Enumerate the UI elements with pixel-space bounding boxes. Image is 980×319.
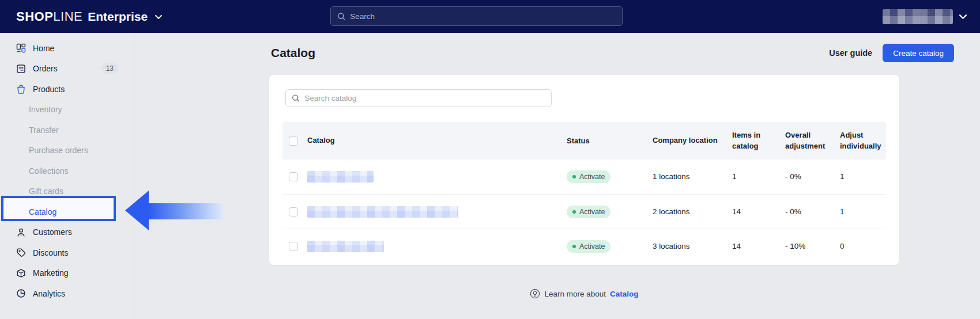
cell-items-in-catalog: 1 xyxy=(732,171,785,183)
sidebar-item-label: Orders xyxy=(33,64,58,73)
column-header-status: Status xyxy=(567,136,653,145)
sidebar-item-label: Marketing xyxy=(33,268,68,278)
brand-shop: SHOP xyxy=(16,9,53,24)
cell-adjust-individually: 1 xyxy=(840,171,886,183)
search-icon xyxy=(337,12,345,21)
lightbulb-icon xyxy=(530,288,540,299)
discounts-icon xyxy=(16,248,26,257)
sidebar-item-purchase-orders[interactable]: Purchase orders xyxy=(0,140,134,161)
sidebar-item-label: Catalog xyxy=(29,207,56,217)
topbar-search-input[interactable] xyxy=(350,12,616,21)
sidebar-item-label: Transfer xyxy=(29,126,59,135)
marketing-icon xyxy=(16,268,26,278)
customers-icon xyxy=(16,227,26,237)
account-chevron-down-icon[interactable] xyxy=(959,13,967,20)
status-badge: Activate xyxy=(567,170,610,183)
catalog-name-redacted xyxy=(307,241,384,252)
status-label: Activate xyxy=(579,242,605,250)
table-row[interactable]: Activate 2 locations 14 - 0% 1 xyxy=(282,194,886,229)
catalog-name-redacted xyxy=(307,171,374,183)
account-menu[interactable] xyxy=(883,0,967,33)
account-name-redacted xyxy=(883,9,953,24)
page-title: Catalog xyxy=(271,46,315,60)
status-label: Activate xyxy=(579,173,605,181)
create-catalog-button[interactable]: Create catalog xyxy=(883,44,954,62)
sidebar: Home Orders 13 Products Inventory Transf… xyxy=(0,33,134,319)
status-dot-icon xyxy=(572,245,576,248)
cell-company-location: 2 locations xyxy=(653,206,732,218)
brand-line: LINE xyxy=(53,9,82,24)
cell-items-in-catalog: 14 xyxy=(732,241,785,252)
sidebar-nav: Home Orders 13 Products Inventory Transf… xyxy=(0,33,134,304)
sidebar-item-collections[interactable]: Collections xyxy=(0,161,134,181)
cell-adjust-individually: 0 xyxy=(840,241,886,252)
products-icon xyxy=(16,84,26,94)
column-header-adjust-individually: Adjust individually xyxy=(840,130,886,152)
learn-more-text: Learn more about xyxy=(544,290,606,298)
brand-chevron-down-icon[interactable] xyxy=(154,14,163,20)
cell-overall-adjustment: - 0% xyxy=(785,206,840,218)
sidebar-item-discounts[interactable]: Discounts xyxy=(0,242,134,263)
annotation-arrow-icon xyxy=(125,191,223,230)
cell-overall-adjustment: - 0% xyxy=(785,171,840,183)
sidebar-item-label: Inventory xyxy=(29,105,62,114)
cell-items-in-catalog: 14 xyxy=(732,206,785,218)
sidebar-item-gift-cards[interactable]: Gift cards xyxy=(0,181,134,202)
catalog-name-redacted xyxy=(307,206,458,218)
row-checkbox[interactable] xyxy=(289,172,298,181)
cell-adjust-individually: 1 xyxy=(840,206,886,218)
analytics-icon xyxy=(16,288,26,298)
column-header-company-location: Company location xyxy=(653,135,732,146)
status-badge: Activate xyxy=(567,206,610,218)
status-dot-icon xyxy=(572,210,576,214)
sidebar-item-label: Home xyxy=(33,44,54,53)
sidebar-item-label: Customers xyxy=(33,227,72,237)
learn-more-catalog-link[interactable]: Catalog xyxy=(610,290,639,298)
status-badge: Activate xyxy=(567,240,610,253)
sidebar-item-label: Products xyxy=(33,85,65,94)
learn-more: Learn more about Catalog xyxy=(269,288,899,299)
select-all-checkbox[interactable] xyxy=(289,136,298,146)
brand-logo[interactable]: SHOPLINE Enterprise xyxy=(16,0,163,33)
catalog-table: Catalog Status Company location Items in… xyxy=(282,122,886,263)
row-checkbox[interactable] xyxy=(289,242,298,251)
table-row[interactable]: Activate 1 locations 1 - 0% 1 xyxy=(282,160,886,194)
catalog-search[interactable] xyxy=(285,89,552,107)
sidebar-item-products[interactable]: Products xyxy=(0,79,134,100)
cell-company-location: 3 locations xyxy=(653,241,732,252)
sidebar-item-label: Discounts xyxy=(33,248,68,257)
sidebar-item-inventory[interactable]: Inventory xyxy=(0,100,134,120)
table-header-row: Catalog Status Company location Items in… xyxy=(282,122,886,160)
catalog-search-input[interactable] xyxy=(304,94,545,102)
sidebar-item-orders[interactable]: Orders 13 xyxy=(0,59,134,79)
sidebar-item-label: Gift cards xyxy=(29,187,63,196)
orders-count-badge: 13 xyxy=(101,63,118,74)
status-label: Activate xyxy=(579,208,605,216)
sidebar-item-catalog[interactable]: Catalog xyxy=(0,202,134,222)
user-guide-link[interactable]: User guide xyxy=(829,48,872,58)
topbar-search[interactable] xyxy=(330,6,623,26)
column-header-catalog: Catalog xyxy=(307,135,567,146)
orders-icon xyxy=(16,64,26,74)
sidebar-item-label: Collections xyxy=(29,166,68,176)
sidebar-item-marketing[interactable]: Marketing xyxy=(0,263,134,284)
status-dot-icon xyxy=(572,175,576,179)
table-row[interactable]: Activate 3 locations 14 - 10% 0 xyxy=(282,229,886,263)
brand-enterprise: Enterprise xyxy=(88,10,148,24)
cell-company-location: 1 locations xyxy=(653,171,732,183)
page-header-actions: User guide Create catalog xyxy=(829,44,954,62)
sidebar-item-transfer[interactable]: Transfer xyxy=(0,120,134,140)
sidebar-item-home[interactable]: Home xyxy=(0,38,134,59)
cell-overall-adjustment: - 10% xyxy=(785,241,840,252)
catalog-card: Catalog Status Company location Items in… xyxy=(269,75,899,265)
row-checkbox[interactable] xyxy=(289,207,298,217)
home-icon xyxy=(16,43,26,53)
sidebar-item-label: Analytics xyxy=(33,289,65,298)
topbar: SHOPLINE Enterprise xyxy=(0,0,980,33)
sidebar-item-customers[interactable]: Customers xyxy=(0,222,134,243)
sidebar-item-analytics[interactable]: Analytics xyxy=(0,283,134,304)
column-header-overall-adjustment: Overall adjustment xyxy=(785,130,840,152)
search-icon xyxy=(292,94,300,102)
column-header-items-in-catalog: Items in catalog xyxy=(732,130,785,152)
sidebar-item-label: Purchase orders xyxy=(29,146,88,155)
